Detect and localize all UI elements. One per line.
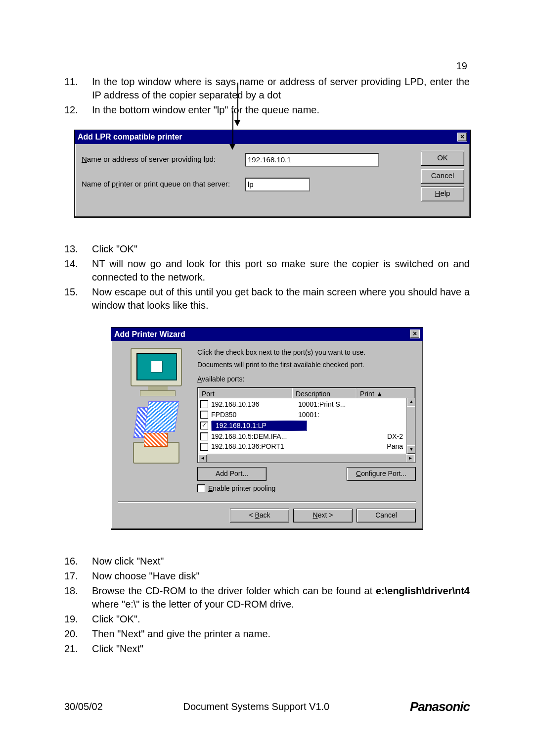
instruction-step: 21.Click "Next" [64,642,470,656]
step-text: Click "OK" [92,242,470,256]
instruction-step: 17.Now choose "Have disk" [64,569,470,583]
port-name: 192.168.10.1:LP [211,421,307,431]
port-name: 192.168.10.5:DEM.IFA... [211,432,298,441]
wizard-intro-1: Click the check box next to the port(s) … [197,348,416,357]
col-description[interactable]: Description [292,388,356,398]
instruction-step: 12.In the bottom window enter "lp" for t… [64,103,470,117]
queue-name-input[interactable] [245,178,310,191]
back-button[interactable]: < Back [230,509,289,522]
col-port[interactable]: Port [198,388,292,398]
configure-port-button[interactable]: Configure Port... [347,467,416,481]
port-description: 10001: [298,410,362,420]
next-button[interactable]: Next > [293,509,353,522]
step-number: 21. [64,642,92,656]
close-icon[interactable]: × [457,133,467,142]
footer-date: 30/05/02 [64,700,103,713]
step-number: 18. [64,584,92,598]
instruction-step: 19.Click "OK". [64,613,470,626]
dlg1-title: Add LPR compatible printer [78,132,182,142]
wizard-graphic [118,348,197,493]
documents-icon [135,401,180,436]
add-printer-wizard-dialog: Add Printer Wizard × Click the check box… [111,327,423,530]
scroll-left-icon[interactable]: ◄ [198,454,207,463]
server-address-input[interactable] [245,153,379,167]
dlg1-titlebar: Add LPR compatible printer × [75,130,470,144]
instruction-list-a: 11.In the top window where is says name … [64,75,470,117]
port-printer: DX-2 [362,432,413,441]
step-text: Click "Next" [92,642,470,656]
dlg2-title: Add Printer Wizard [114,329,185,340]
printer-icon [133,442,182,472]
port-description: 10001:Print S... [298,400,362,409]
port-checkbox[interactable] [200,443,208,451]
step-text: Now click "Next" [92,555,470,568]
port-checkbox[interactable] [200,432,208,440]
enable-pooling-label: Enable printer pooling [208,484,275,493]
listbox-header: Port Description Print ▲ [198,388,415,398]
port-name: 192.168.10.136 [211,400,298,409]
step-number: 20. [64,627,92,641]
port-row[interactable]: 192.168.10.5:DEM.IFA...DX-2 [198,431,415,442]
port-row[interactable]: FPD35010001: [198,410,415,420]
step-number: 15. [64,285,92,299]
step-number: 16. [64,555,92,568]
step-number: 11. [64,75,92,89]
step-number: 12. [64,103,92,117]
server-address-label: Name or address of server providing lpd: [82,154,245,164]
monitor-icon [131,348,185,395]
step-text: NT will now go and look for this port so… [92,257,470,284]
instruction-step: 14.NT will now go and look for this port… [64,257,470,284]
close-icon[interactable]: × [410,330,420,338]
step-text: In the bottom window enter "lp" for the … [92,103,470,117]
scroll-up-icon[interactable]: ▲ [407,398,416,407]
step-text: Now escape out of this until you get bac… [92,285,470,312]
add-port-button[interactable]: Add Port... [197,467,267,481]
ports-listbox[interactable]: Port Description Print ▲ 192.168.10.1361… [197,387,416,463]
available-ports-label: Available ports: [197,375,416,384]
vertical-scrollbar[interactable]: ▲ ▼ [406,398,415,454]
cancel-button[interactable]: Cancel [356,509,416,522]
port-checkbox[interactable]: ✓ [200,422,208,429]
step-text: Then "Next" and give the printer a name. [92,627,470,641]
port-name: FPD350 [211,410,298,420]
instruction-list-b: 13.Click "OK"14.NT will now go and look … [64,242,470,312]
scroll-down-icon[interactable]: ▼ [407,445,416,454]
document-page: 19 11.In the top window where is says na… [0,0,534,756]
step-text: Click "OK". [92,613,470,626]
enable-pooling-checkbox[interactable] [197,484,205,492]
horizontal-scrollbar[interactable]: ◄ ► [198,454,415,462]
brand-logo: Panasonic [410,698,470,715]
port-checkbox[interactable] [200,411,208,419]
port-row[interactable]: 192.168.10.13610001:Print S... [198,399,415,410]
col-printer[interactable]: Print ▲ [356,388,415,398]
step-number: 14. [64,257,92,271]
ok-button[interactable]: OK [421,151,464,166]
step-text: In the top window where is says name or … [92,75,470,102]
add-lpr-printer-dialog: Add LPR compatible printer × Name or add… [74,130,471,218]
instruction-step: 18.Browse the CD-ROM to the driver folde… [64,584,470,611]
cancel-button[interactable]: Cancel [421,169,464,184]
port-checkbox[interactable] [200,400,208,408]
step-text: Browse the CD-ROM to the driver folder w… [92,584,470,611]
wizard-intro-2: Documents will print to the first availa… [197,360,416,370]
step-number: 19. [64,613,92,626]
page-number: 19 [456,59,467,73]
instruction-list-c: 16.Now click "Next"17.Now choose "Have d… [64,555,470,656]
queue-name-label: Name of printer or print queue on that s… [82,179,245,189]
footer-doc: Document Systems Support V1.0 [183,700,330,713]
step-number: 13. [64,242,92,256]
step-number: 17. [64,569,92,583]
port-name: 192.168.10.136:PORT1 [211,442,298,451]
port-row[interactable]: 192.168.10.136:PORT1Pana [198,441,415,452]
instruction-step: 20.Then "Next" and give the printer a na… [64,627,470,641]
dlg2-titlebar: Add Printer Wizard × [111,328,423,341]
port-row[interactable]: ✓192.168.10.1:LP [198,420,415,431]
instruction-step: 15.Now escape out of this until you get … [64,285,470,312]
port-printer: Pana [362,442,413,451]
instruction-step: 16.Now click "Next" [64,555,470,568]
step-text: Now choose "Have disk" [92,569,470,583]
help-button[interactable]: Help [421,187,464,201]
scroll-right-icon[interactable]: ► [406,454,415,463]
page-footer: 30/05/02 Document Systems Support V1.0 P… [64,698,470,715]
instruction-step: 13.Click "OK" [64,242,470,256]
